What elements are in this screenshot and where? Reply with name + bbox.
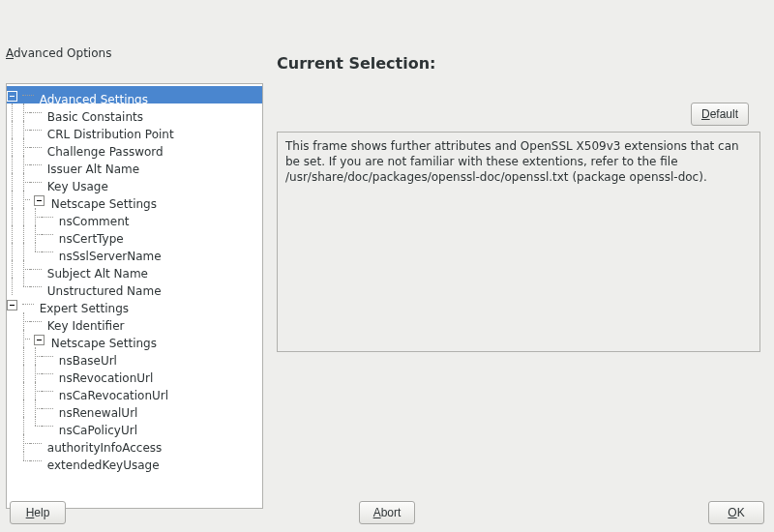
tree-node-challenge-password[interactable]: Challenge Password xyxy=(7,138,262,156)
default-button[interactable]: Default xyxy=(691,103,749,126)
tree-node-unstructured-name[interactable]: Unstructured Name xyxy=(7,278,262,295)
tree-node-netscape-settings-2[interactable]: Netscape Settings xyxy=(7,330,262,347)
tree-node-nssslservername[interactable]: nsSslServerName xyxy=(7,243,262,260)
abort-button[interactable]: Abort xyxy=(359,501,415,524)
collapse-icon[interactable] xyxy=(34,195,45,206)
tree-node-nscerttype[interactable]: nsCertType xyxy=(7,225,262,243)
collapse-icon[interactable] xyxy=(7,91,17,102)
tree-node-nsrenewalurl[interactable]: nsRenewalUrl xyxy=(7,399,262,417)
collapse-icon[interactable] xyxy=(7,300,17,310)
options-tree[interactable]: Advanced Settings Basic Constaints CRL D… xyxy=(6,83,263,509)
help-button[interactable]: Help xyxy=(10,501,66,524)
info-frame: This frame shows further attributes and … xyxy=(277,132,760,352)
tree-node-advanced-settings[interactable]: Advanced Settings xyxy=(7,86,262,103)
left-pane: Advanced Options xyxy=(6,46,263,64)
dialog-root: Advanced Options Advanced Settings Basic… xyxy=(0,0,774,532)
tree-node-extendedkeyusage[interactable]: extendedKeyUsage xyxy=(7,452,262,469)
bottom-button-bar: Help Abort OK xyxy=(6,497,768,524)
tree-node-nscarevocationurl[interactable]: nsCaRevocationUrl xyxy=(7,382,262,399)
tree-node-nscapolicyurl[interactable]: nsCaPolicyUrl xyxy=(7,417,262,434)
info-text: This frame shows further attributes and … xyxy=(285,139,739,184)
tree-node-basic-constraints[interactable]: Basic Constaints xyxy=(7,103,262,121)
tree-node-nsrevocationurl[interactable]: nsRevocationUrl xyxy=(7,365,262,382)
ok-button[interactable]: OK xyxy=(708,501,764,524)
tree-node-crl-distribution-point[interactable]: CRL Distribution Point xyxy=(7,121,262,138)
collapse-icon[interactable] xyxy=(34,335,45,345)
tree-label: Advanced Options xyxy=(6,46,263,60)
tree-node-issuer-alt-name[interactable]: Issuer Alt Name xyxy=(7,156,262,173)
tree-node-key-identifier[interactable]: Key Identifier xyxy=(7,312,262,330)
current-selection-heading: Current Selection: xyxy=(277,54,435,73)
tree-node-subject-alt-name[interactable]: Subject Alt Name xyxy=(7,260,262,278)
tree-node-authorityinfoaccess[interactable]: authorityInfoAccess xyxy=(7,434,262,452)
tree-node-netscape-settings-1[interactable]: Netscape Settings xyxy=(7,191,262,208)
